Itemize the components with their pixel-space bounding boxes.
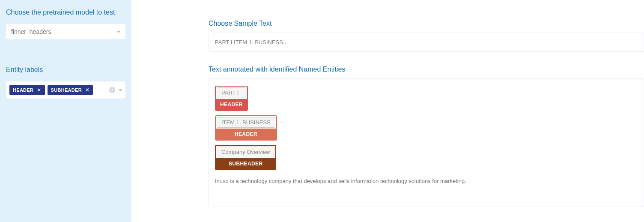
model-select-heading: Choose the pretrained model to test <box>6 9 125 16</box>
model-select[interactable]: finner_headers <box>6 24 125 39</box>
body-text: Inuvo is a technology company that devel… <box>215 177 638 186</box>
entity-label-tag[interactable]: SUBHEADER ✕ <box>48 85 93 95</box>
chevron-down-icon <box>117 31 120 33</box>
entity-label: HEADER <box>216 129 276 140</box>
entity-label: HEADER <box>216 99 247 110</box>
entity-header: PART I HEADER <box>215 86 248 111</box>
punctuation: . <box>280 118 282 124</box>
model-select-value: finner_headers <box>11 28 51 35</box>
entity-text: PART I <box>217 87 246 98</box>
sidebar: Choose the pretrained model to test finn… <box>0 0 131 222</box>
clear-all-icon[interactable]: ✕ <box>109 87 115 93</box>
entity-text: ITEM 1. BUSINESS <box>217 117 275 128</box>
sample-text-select[interactable]: PART I ITEM 1. BUSINESS... <box>209 33 644 52</box>
main-content: Choose Sample Text PART I ITEM 1. BUSINE… <box>131 0 644 222</box>
sample-text-value: PART I ITEM 1. BUSINESS... <box>215 39 288 45</box>
sample-text-heading: Choose Sample Text <box>209 20 644 27</box>
entity-text: Company Overview <box>217 147 274 157</box>
entity-label-text: HEADER <box>13 87 33 93</box>
chevron-down-icon[interactable] <box>119 89 122 91</box>
remove-tag-icon[interactable]: ✕ <box>85 87 89 93</box>
annotated-heading: Text annotated with identified Named Ent… <box>209 66 644 73</box>
entity-labels-heading: Entity labels <box>6 66 125 74</box>
entity-label-text: SUBHEADER <box>51 87 82 93</box>
entity-label: SUBHEADER <box>216 158 275 169</box>
entity-label-tag[interactable]: HEADER ✕ <box>9 85 45 95</box>
remove-tag-icon[interactable]: ✕ <box>37 87 41 93</box>
annotated-output: PART I HEADER ITEM 1. BUSINESS HEADER . … <box>209 78 644 207</box>
entity-header: ITEM 1. BUSINESS HEADER <box>215 115 277 141</box>
entity-subheader: Company Overview SUBHEADER <box>215 145 276 170</box>
entity-labels-select[interactable]: HEADER ✕ SUBHEADER ✕ ✕ <box>6 81 125 99</box>
